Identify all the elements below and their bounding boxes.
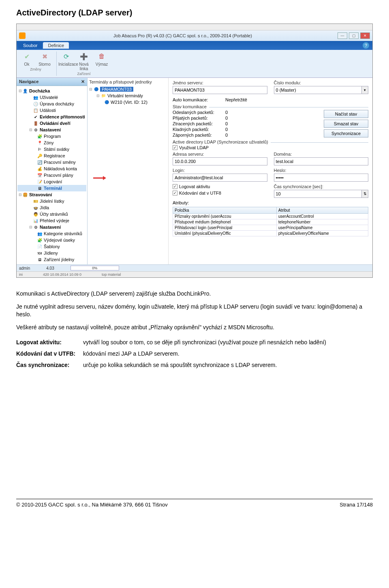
nav-item[interactable]: 🚪Ovládání dveří: [17, 120, 86, 127]
expand-icon[interactable]: ⊟: [96, 94, 100, 98]
label-password: Heslo:: [274, 168, 369, 173]
nav-item[interactable]: 👨Účty strávníků: [17, 211, 86, 217]
minimize-button[interactable]: —: [338, 32, 347, 39]
login-input[interactable]: [173, 174, 267, 182]
definition-row: Čas synchronizace:určuje po kolika sekun…: [16, 361, 373, 369]
nav-item[interactable]: ✔Evidence přítomnosti: [17, 114, 86, 120]
page-footer: © 2010-2015 GACC spol. s r.o., Na Mlékár…: [16, 499, 373, 508]
document-page: ActiveDirectory (LDAP server) Job Abacus…: [0, 0, 389, 516]
spinner-icon[interactable]: ⇅: [362, 190, 368, 198]
nav-item[interactable]: ⊟⚙Nastavení: [17, 224, 86, 230]
expand-icon[interactable]: ⊟: [89, 87, 93, 91]
nav-item[interactable]: 🎫Jídelní lístky: [17, 198, 86, 204]
tree-item-icon: 👨: [33, 211, 38, 217]
window-titlebar: Job Abacus Pro (R) v4.03 (C) GACC spol. …: [17, 30, 372, 41]
nav-item[interactable]: 🧩Výdejové úseky: [17, 237, 86, 243]
tree-virtual-terminals[interactable]: ⊟ 📁 Virtuální terminály: [89, 92, 167, 99]
menu-definice[interactable]: Definice: [43, 42, 69, 49]
nav-item[interactable]: 👥Uživatelé: [17, 94, 86, 101]
close-button[interactable]: ✕: [360, 32, 370, 39]
table-row[interactable]: Umístění (physicalDeliveryOfficphysicalD…: [173, 231, 368, 236]
server-address-input[interactable]: [173, 157, 267, 165]
table-row[interactable]: Přístupové médium (telephoneltelephoneNu…: [173, 219, 368, 225]
nav-item[interactable]: 📍Zóny: [17, 139, 86, 146]
tree-item-icon: 🍲: [33, 205, 38, 210]
module-number-select[interactable]: [274, 86, 362, 94]
tree-item-icon: 🏳: [37, 146, 43, 152]
nav-item[interactable]: 📋Události: [17, 107, 86, 114]
definitions-list: Logovat aktivitu:vytváří log soubor o to…: [16, 339, 373, 369]
nav-item[interactable]: 📊Přehled výdeje: [17, 217, 86, 224]
ok-button[interactable]: ✔Ok: [19, 52, 34, 67]
page-heading: ActiveDirectory (LDAP server): [16, 8, 373, 17]
nav-item[interactable]: 👥Kategorie strávníků: [17, 230, 86, 237]
nav-item[interactable]: 🍽Jídleny: [17, 250, 86, 256]
label-attributes: Atributy:: [173, 200, 189, 205]
use-ldap-checkbox-row[interactable]: ✓ Využivat LDAP: [173, 145, 368, 150]
nav-item[interactable]: 📄Šablony: [17, 243, 86, 250]
maximize-button[interactable]: ▢: [349, 32, 359, 39]
server-name-input[interactable]: [173, 86, 267, 94]
tree-item-icon: 📝: [37, 179, 43, 185]
definition-term: Kódování dat v UTFB:: [16, 350, 83, 358]
password-input[interactable]: [274, 174, 369, 182]
load-state-button[interactable]: Načíst stav: [324, 110, 368, 118]
tree-item-icon: 🚪: [33, 120, 38, 126]
tree-item-icon: 🔄: [37, 159, 43, 165]
tree-leaf-terminal[interactable]: 🔵 W210 (Virt. ID: 12): [89, 99, 167, 105]
label-module-number: Číslo modulu:: [274, 80, 369, 85]
nav-item[interactable]: 🏳Státní svátky: [17, 146, 86, 152]
definition-row: Logovat aktivitu:vytváří log soubor o to…: [16, 339, 373, 347]
table-row[interactable]: Příznaky oprávnění (userAccouuserAccount…: [173, 214, 368, 219]
nav-item[interactable]: ⊟⚙Nastavení: [17, 127, 86, 133]
tree-item-icon: 🧩: [37, 133, 43, 139]
tree-item-icon: 🕓: [33, 101, 38, 107]
nav-item[interactable]: 🕓Úprava docházky: [17, 101, 86, 107]
checkbox-icon[interactable]: ✓: [173, 184, 177, 189]
tree-item-icon: 👤: [22, 88, 28, 94]
nav-item[interactable]: 🖥Terminál: [17, 185, 86, 191]
nav-item[interactable]: 🖥Zařízení jídelny: [17, 256, 86, 263]
menu-soubor[interactable]: Soubor: [18, 42, 42, 49]
utf8-checkbox-row[interactable]: ✓ Kódování dat v UTF8: [173, 191, 267, 195]
tree-item-icon: 👥: [33, 94, 38, 100]
paragraph: Je nutné vyplnit adresu serveru, název d…: [16, 303, 373, 319]
help-icon[interactable]: ?: [363, 42, 369, 49]
nav-item[interactable]: 📅Pracovní plány: [17, 172, 86, 178]
screenshot-container: Job Abacus Pro (R) v4.03 (C) GACC spol. …: [16, 24, 373, 278]
clear-state-button[interactable]: Smazat stav: [324, 120, 368, 128]
chevron-down-icon[interactable]: ▾: [362, 86, 368, 94]
nav-item[interactable]: ⊟🍔Stravování: [17, 191, 86, 198]
nav-item[interactable]: 🔑Registrace: [17, 152, 86, 159]
storno-button[interactable]: ✖Storno: [37, 52, 52, 67]
checkbox-icon[interactable]: ✓: [173, 191, 177, 195]
vymaz-button[interactable]: 🗑Výmaz: [94, 52, 109, 71]
tree-item-icon: 🎫: [33, 198, 38, 204]
table-row[interactable]: Přihlašovací login (userPrincipaluserPri…: [173, 225, 368, 231]
nova-linka-button[interactable]: ➕Nová linka: [76, 52, 92, 71]
nav-item[interactable]: 📝Logování: [17, 178, 86, 185]
nav-item[interactable]: 🧩Program: [17, 133, 86, 139]
tree-item-icon: 🧩: [37, 237, 43, 243]
domain-input[interactable]: [274, 157, 369, 165]
checkbox-icon[interactable]: ✓: [173, 145, 177, 150]
tree-item-icon: 🖥: [37, 257, 43, 262]
tree-title: Terminály a přístupové jednotky: [89, 79, 167, 84]
sync-button[interactable]: Synchronizace: [324, 129, 368, 137]
nav-item[interactable]: 🍲Jídla: [17, 204, 86, 211]
status-version: 4.03: [46, 266, 54, 270]
sync-time-input[interactable]: [274, 190, 362, 198]
nav-item[interactable]: 💰Nákladová konta: [17, 165, 86, 172]
nav-item[interactable]: ⊟👤Docházka: [17, 88, 86, 94]
tree-item-icon: 📍: [37, 140, 43, 146]
nav-item[interactable]: 🔄Pracovní směny: [17, 159, 86, 165]
footer-left: © 2010-2015 GACC spol. s r.o., Na Mlékár…: [16, 502, 168, 508]
definition-row: Kódování dat v UTFB:kódování mezi JAP a …: [16, 350, 373, 358]
inicializace-button[interactable]: ⟳Inicializace: [58, 52, 74, 71]
tree-root[interactable]: ⊟ 🔵 PAHAMONT03: [89, 86, 167, 92]
tree-item-icon: 📅: [37, 172, 43, 178]
close-panel-icon[interactable]: ✕: [81, 79, 85, 84]
log-activity-checkbox-row[interactable]: ✓ Logovat aktivitu: [173, 184, 267, 189]
navigation-panel: Navigace ✕ ⊟👤Docházka👥Uživatelé🕓Úprava d…: [17, 78, 88, 264]
definition-term: Logovat aktivitu:: [16, 339, 83, 347]
